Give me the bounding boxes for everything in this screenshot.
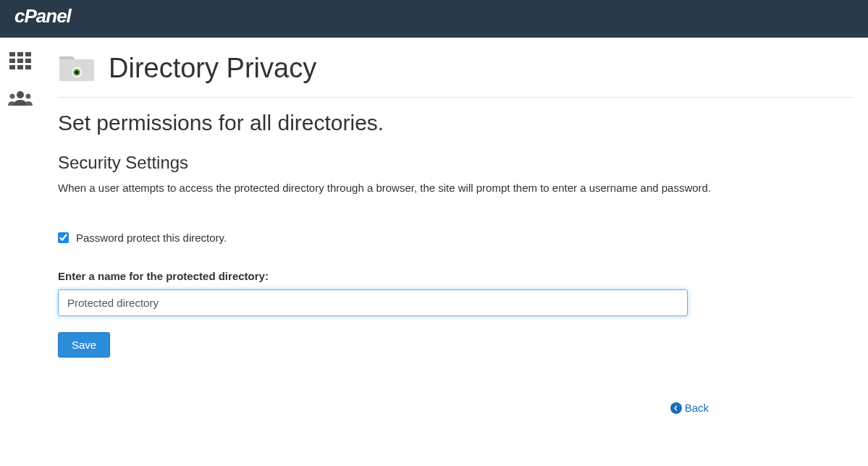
svg-rect-7: [9, 65, 15, 69]
svg-rect-2: [17, 52, 23, 56]
page-header: Directory Privacy: [58, 52, 854, 98]
apps-grid-icon[interactable]: [8, 51, 33, 71]
svg-point-10: [17, 91, 24, 98]
back-arrow-icon: [670, 402, 682, 414]
svg-point-11: [10, 94, 15, 99]
main-content: Directory Privacy Set permissions for al…: [41, 38, 868, 436]
svg-rect-1: [9, 52, 15, 56]
svg-point-15: [75, 71, 79, 75]
save-button[interactable]: Save: [58, 332, 110, 357]
left-sidebar: [0, 38, 41, 436]
directory-name-input[interactable]: [58, 289, 688, 316]
directory-privacy-icon: [58, 52, 96, 84]
directory-name-label: Enter a name for the protected directory…: [58, 270, 854, 282]
page-subtitle: Set permissions for all directories.: [58, 111, 854, 135]
page-title: Directory Privacy: [109, 53, 316, 84]
password-protect-label[interactable]: Password protect this directory.: [76, 232, 227, 244]
svg-rect-6: [25, 59, 31, 63]
password-protect-checkbox-row: Password protect this directory.: [58, 232, 854, 244]
svg-rect-3: [25, 52, 31, 56]
section-description: When a user attempts to access the prote…: [58, 180, 854, 197]
users-icon[interactable]: [8, 88, 33, 109]
back-link-label: Back: [685, 402, 709, 414]
svg-rect-4: [9, 59, 15, 63]
svg-rect-5: [17, 59, 23, 63]
cpanel-logo: cPanel: [14, 7, 101, 32]
back-link[interactable]: Back: [670, 402, 709, 414]
svg-rect-8: [17, 65, 23, 69]
section-title: Security Settings: [58, 153, 854, 173]
svg-rect-9: [25, 65, 31, 69]
password-protect-checkbox[interactable]: [58, 232, 69, 243]
svg-text:cPanel: cPanel: [14, 7, 72, 27]
svg-point-12: [26, 94, 31, 99]
top-navigation-bar: cPanel: [0, 0, 868, 38]
